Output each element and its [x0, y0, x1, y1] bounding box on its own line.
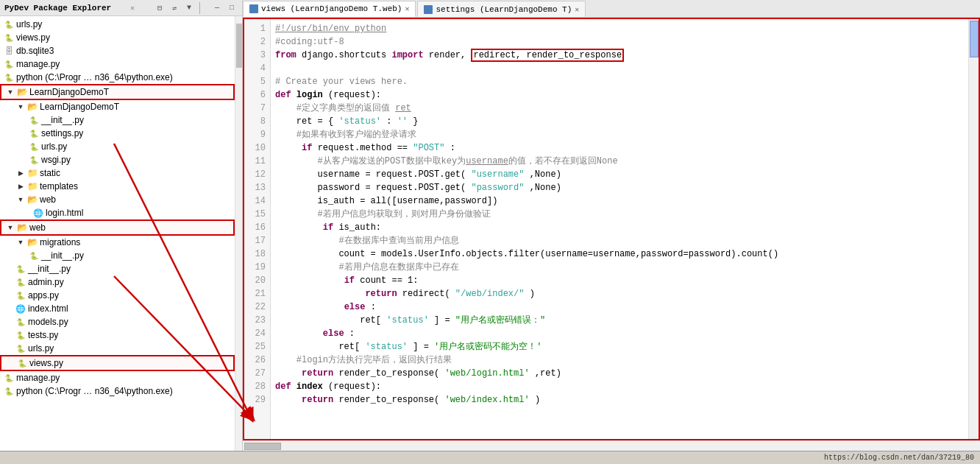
tree-item-python-runtime[interactable]: 🐍 python (C:\Progr … n36_64\python.exe)	[0, 71, 235, 84]
py-icon: 🐍	[15, 263, 26, 275]
minimize-icon[interactable]: —	[211, 2, 223, 14]
tree-item-apps[interactable]: 🐍 apps.py	[0, 289, 235, 302]
code-line-4	[275, 62, 964, 75]
tree-label: manage.py	[15, 373, 60, 383]
code-line-16: if is_auth:	[275, 221, 964, 234]
py-icon: 🐍	[15, 316, 26, 328]
code-line-19: #若用户信息在数据库中已存在	[275, 261, 964, 274]
file-tree: 🐍 urls.py 🐍 views.py 🗄 db.sqlite3	[0, 16, 235, 451]
tree-scroll-thumb[interactable]	[236, 24, 242, 68]
tree-item-manage[interactable]: 🐍 manage.py	[0, 57, 235, 71]
py-icon: 🐍	[28, 127, 40, 139]
tree-item-init-web[interactable]: 🐍 __init__.py	[0, 262, 235, 275]
code-line-18: count = models.UserInfo.objects.filter(u…	[275, 247, 964, 261]
tree-label: login.html	[44, 208, 83, 218]
editor-scrollbar[interactable]	[968, 19, 979, 439]
tree-label: views.py	[15, 32, 50, 43]
tree-item-static[interactable]: ▶ 📁 static	[0, 166, 235, 180]
tree-item-db[interactable]: 🗄 db.sqlite3	[0, 44, 235, 57]
tree-label: tests.py	[26, 330, 58, 340]
code-line-10: if request.method == "POST" :	[275, 141, 964, 155]
tree-label: apps.py	[26, 290, 59, 300]
tree-item-admin[interactable]: 🐍 admin.py	[0, 275, 235, 289]
chevron-down-icon: ▼	[15, 194, 26, 205]
folder-open-icon: 📂	[16, 222, 28, 233]
view-menu-icon[interactable]: ▼	[183, 2, 195, 14]
maximize-icon[interactable]: □	[226, 2, 238, 14]
chevron-right-icon: ▶	[15, 180, 26, 192]
py-icon: 🐍	[28, 114, 40, 126]
code-line-8: ret = { 'status' : '' }	[275, 115, 964, 128]
py-icon: 🐍	[3, 385, 15, 397]
tab-settings[interactable]: settings (LearnDjangoDemo T) ✕	[417, 1, 586, 17]
code-line-15: #若用户信息均获取到，则对用户身份做验证	[275, 208, 964, 221]
tree-label: urls.py	[40, 141, 67, 152]
tree-item-urls-root[interactable]: 🐍 urls.py	[0, 18, 235, 31]
tree-item-settings[interactable]: 🐍 settings.py	[0, 127, 235, 140]
tree-item-web-folder[interactable]: ▼ 📂 web	[0, 193, 235, 206]
folder-open-icon: 📂	[16, 86, 28, 98]
tree-item-views-root[interactable]: 🐍 views.py	[0, 31, 235, 44]
tree-item-tests[interactable]: 🐍 tests.py	[0, 328, 235, 342]
py-icon: 🐍	[15, 329, 26, 341]
tree-item-views-web[interactable]: 🐍 views.py	[0, 355, 235, 371]
h-scroll-thumb[interactable]	[244, 443, 281, 450]
tree-label: LearnDjangoDemoT	[38, 102, 119, 112]
tree-item-init-migrations[interactable]: 🐍 __init__.py	[0, 249, 235, 262]
code-line-26: #login方法执行完毕后，返回执行结果	[275, 354, 964, 367]
link-editor-icon[interactable]: ⇌	[168, 2, 180, 14]
tab-icon	[424, 5, 433, 14]
py-icon: 🐍	[15, 276, 26, 288]
code-line-23: ret[ 'status' ] = "用户名或密码错误："	[275, 314, 964, 327]
tree-item-urls-web[interactable]: 🐍 urls.py	[0, 342, 235, 355]
tree-item-wsgi[interactable]: 🐍 wsgi.py	[0, 153, 235, 166]
code-line-25: ret[ 'status' ] = '用户名或密码不能为空！'	[275, 340, 964, 354]
tree-item-python-2[interactable]: 🐍 python (C:\Progr … n36_64\python.exe)	[0, 384, 235, 398]
py-icon: 🐍	[3, 18, 15, 30]
collapse-all-icon[interactable]: ⊟	[154, 2, 166, 14]
tree-scrollbar[interactable]	[235, 16, 242, 451]
folder-open-icon: 📂	[26, 194, 38, 205]
code-line-27: return render_to_response( 'web/login.ht…	[275, 367, 964, 380]
py-icon: 🐍	[28, 141, 40, 152]
code-line-29: return render_to_response( 'web/index.ht…	[275, 393, 964, 407]
line-numbers: 12345 678910 1112131415 1617181920 21222…	[244, 19, 271, 439]
tree-item-web-folder-2[interactable]: ▼ 📂 web	[0, 219, 235, 236]
code-lines[interactable]: #!/usr/bin/env python #coding:utf-8 from…	[271, 19, 968, 439]
chevron-down-icon: ▼	[15, 236, 26, 248]
tree-item-migrations[interactable]: ▼ 📂 migrations	[0, 236, 235, 249]
tree-label: __init__.py	[40, 115, 84, 125]
tab-close-button[interactable]: ✕	[405, 4, 409, 13]
chevron-right-icon: ▶	[15, 167, 26, 179]
tree-label: wsgi.py	[40, 155, 71, 165]
tree-item-models[interactable]: 🐍 models.py	[0, 315, 235, 328]
horizontal-scrollbar[interactable]	[243, 440, 980, 451]
tree-item-learn-django-inner[interactable]: ▼ 📂 LearnDjangoDemoT	[0, 100, 235, 113]
code-line-5: # Create your views here.	[275, 75, 964, 88]
chevron-down-icon: ▼	[4, 86, 16, 98]
code-line-11: #从客户端发送的POST数据中取key为username的值，若不存在则返回No…	[275, 155, 964, 168]
code-line-17: #在数据库中查询当前用户信息	[275, 234, 964, 247]
code-line-24: else :	[275, 327, 964, 340]
tab-views[interactable]: views (LearnDjangoDemo T.web) ✕	[243, 1, 416, 17]
tree-label: __init__.py	[40, 250, 84, 261]
editor-scroll-thumb[interactable]	[970, 21, 979, 57]
panel-header: PyDev Package Explorer ✕ ⊟ ⇌ ▼ — □	[0, 0, 242, 16]
code-line-9: #如果有收到客户端的登录请求	[275, 128, 964, 141]
folder-icon: 📁	[26, 180, 38, 192]
tree-item-login-html[interactable]: 🌐 login.html	[0, 206, 235, 219]
tree-label: python (C:\Progr … n36_64\python.exe)	[15, 386, 173, 396]
tree-item-init1[interactable]: 🐍 __init__.py	[0, 113, 235, 127]
tree-item-manage-bottom[interactable]: 🐍 manage.py	[0, 371, 235, 384]
tree-label: models.py	[26, 317, 68, 327]
panel-toolbar: ⊟ ⇌ ▼ — □	[154, 2, 238, 14]
py-icon: 🐍	[28, 250, 40, 261]
tree-item-templates[interactable]: ▶ 📁 templates	[0, 180, 235, 193]
chevron-down-icon: ▼	[15, 101, 26, 113]
editor-panel: views (LearnDjangoDemo T.web) ✕ settings…	[243, 0, 980, 451]
tree-item-index-html[interactable]: 🌐 index.html	[0, 302, 235, 315]
code-line-22: else :	[275, 300, 964, 314]
tree-item-learn-django-root[interactable]: ▼ 📂 LearnDjangoDemoT	[0, 84, 235, 100]
tab-close-button[interactable]: ✕	[575, 5, 579, 14]
tree-item-urls1[interactable]: 🐍 urls.py	[0, 140, 235, 153]
